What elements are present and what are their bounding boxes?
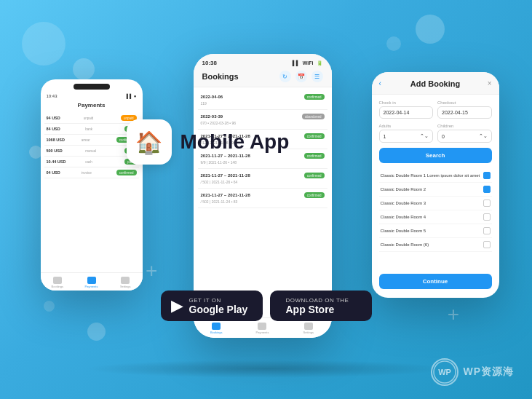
app-store-text: Download on the App Store bbox=[286, 297, 349, 315]
room-checkbox-5[interactable] bbox=[483, 227, 491, 234]
payments-icon bbox=[258, 323, 266, 330]
room-item-4[interactable]: Classic Double Room 4 bbox=[379, 210, 492, 224]
payment-item-1: 94 USD unpaid unpaid bbox=[44, 113, 139, 124]
scene-shadow bbox=[84, 360, 448, 378]
wp-brand-text: WP资源海 bbox=[463, 366, 514, 379]
nav-payments-left[interactable]: Payments bbox=[74, 277, 108, 288]
svg-text:WP: WP bbox=[439, 368, 452, 376]
nav-bookings-left[interactable]: Bookings bbox=[41, 277, 75, 288]
search-button[interactable]: Search bbox=[379, 148, 492, 163]
time-bar-center: 10:38 ▌▌ WiFi 🔋 bbox=[202, 60, 323, 66]
left-bottom-nav: Bookings Payments Settings bbox=[41, 272, 143, 291]
phone-add-booking: ‹ Add Booking × Check in 2022-04-14 Chec… bbox=[372, 72, 499, 298]
calendar-icon-btn[interactable]: 📅 bbox=[295, 71, 307, 82]
room-item-6[interactable]: Classic Double Room (6) bbox=[379, 238, 492, 252]
checkout-label: Checkout bbox=[437, 100, 492, 105]
booking-entry-1: 2022-04-06 confirmed 119 bbox=[198, 90, 327, 110]
app-branding: 🏠 Mobile App bbox=[127, 119, 290, 165]
settings-icon bbox=[121, 277, 130, 284]
checkout-field: Checkout 2022-04-15 bbox=[437, 100, 492, 119]
payment-item-5: 10.44 USD cash paid bbox=[44, 157, 139, 167]
room-checkbox-2[interactable] bbox=[483, 186, 491, 193]
time-center: 10:38 bbox=[202, 60, 217, 66]
status-badge: confirmed bbox=[304, 94, 325, 100]
status-icons-center: ▌▌ WiFi 🔋 bbox=[293, 60, 323, 66]
add-booking-title: Add Booking bbox=[381, 79, 491, 88]
status-bar-left: 10:43 ▌▌ ● bbox=[41, 92, 143, 100]
nav-settings-left[interactable]: Settings bbox=[108, 277, 143, 288]
refresh-icon-btn[interactable]: ↻ bbox=[279, 71, 291, 82]
wp-logo-svg: WP bbox=[432, 360, 457, 384]
add-booking-header: ‹ Add Booking × bbox=[372, 72, 499, 95]
center-phone-top: 10:38 ▌▌ WiFi 🔋 Bookings ↻ 📅 ☰ bbox=[194, 54, 332, 87]
payment-item-4: 500 USD manual paid bbox=[44, 146, 139, 157]
signal-left: ▌▌ ● bbox=[127, 94, 137, 98]
bookings-icon bbox=[53, 277, 62, 284]
nav-bookings-center[interactable]: Bookings bbox=[194, 323, 239, 334]
status-badge: confirmed bbox=[304, 192, 325, 198]
adults-select[interactable]: 1 ⌃⌄ bbox=[379, 130, 434, 143]
booking-entry-5: 2021-11-27 ~ 2021-11-28 confirmed / 502 … bbox=[198, 169, 327, 189]
app-title: Mobile App bbox=[180, 130, 290, 154]
main-scene: 10:43 ▌▌ ● Payments 94 USD unpaid unpaid… bbox=[19, 14, 514, 385]
status-badge: confirmed bbox=[304, 173, 325, 178]
filter-icon-btn[interactable]: ☰ bbox=[311, 71, 323, 82]
children-select[interactable]: 0 ⌃⌄ bbox=[437, 130, 492, 143]
app-store-line2: App Store bbox=[286, 304, 349, 315]
app-logo: 🏠 bbox=[127, 119, 172, 165]
guests-row: Adults 1 ⌃⌄ Children 0 ⌃⌄ bbox=[379, 124, 492, 143]
wp-watermark: WP WP资源海 bbox=[431, 358, 514, 386]
google-play-text: GET IT ON Google Play bbox=[189, 297, 248, 315]
google-play-button[interactable]: ▶ GET IT ON Google Play bbox=[161, 291, 263, 321]
bookings-icon bbox=[212, 323, 221, 330]
settings-icon bbox=[304, 323, 313, 330]
booking-entry-6: 2021-11-27 ~ 2021-11-28 confirmed / 502 … bbox=[198, 189, 327, 208]
notch-left bbox=[74, 84, 110, 90]
store-buttons-container: ▶ GET IT ON Google Play Download on the … bbox=[161, 291, 372, 321]
adults-label: Adults bbox=[379, 124, 434, 128]
checkin-field: Check in 2022-04-14 bbox=[379, 100, 434, 119]
status-badge: abandoned bbox=[302, 114, 325, 119]
center-header-row: Bookings ↻ 📅 ☰ bbox=[202, 71, 323, 82]
continue-button[interactable]: Continue bbox=[379, 274, 492, 289]
payment-item-6: 04 USD invoice confirmed bbox=[44, 167, 139, 178]
center-screen-title: Bookings bbox=[202, 72, 239, 81]
time-left: 10:43 bbox=[47, 94, 57, 98]
room-item-2[interactable]: Classic Double Room 2 bbox=[379, 183, 492, 197]
google-play-line2: Google Play bbox=[189, 304, 248, 315]
status-badge: confirmed bbox=[304, 133, 325, 139]
payments-icon bbox=[87, 277, 96, 284]
center-header-icons: ↻ 📅 ☰ bbox=[279, 71, 323, 82]
room-item-3[interactable]: Classic Double Room 3 bbox=[379, 197, 492, 210]
payment-item-2: 84 USD bank paid bbox=[44, 124, 139, 135]
room-checkbox-3[interactable] bbox=[483, 200, 491, 207]
room-item-5[interactable]: Classic Double Room 5 bbox=[379, 224, 492, 238]
checkout-input[interactable]: 2022-04-15 bbox=[437, 106, 492, 119]
google-play-icon: ▶ bbox=[171, 296, 183, 315]
app-store-line1: Download on the bbox=[286, 297, 349, 304]
wp-circle: WP bbox=[431, 358, 458, 386]
payment-item-3: 1068 USD arrear confirmed bbox=[44, 135, 139, 146]
app-store-button[interactable]: Download on the App Store bbox=[270, 291, 372, 321]
google-play-line1: GET IT ON bbox=[189, 297, 248, 304]
room-checkbox-1[interactable] bbox=[483, 172, 491, 179]
nav-settings-center[interactable]: Settings bbox=[285, 323, 331, 334]
nav-payments-center[interactable]: Payments bbox=[239, 323, 285, 334]
room-checkbox-4[interactable] bbox=[483, 213, 491, 221]
room-item-1[interactable]: Classic Double Room 1 Lorem ipsum dolor … bbox=[379, 169, 492, 183]
date-row: Check in 2022-04-14 Checkout 2022-04-15 bbox=[379, 100, 492, 119]
phone-payments: 10:43 ▌▌ ● Payments 94 USD unpaid unpaid… bbox=[41, 79, 143, 291]
status-badge: confirmed bbox=[116, 170, 137, 175]
left-screen-title: Payments bbox=[41, 102, 143, 108]
children-label: Children bbox=[437, 124, 492, 128]
add-booking-form: Check in 2022-04-14 Checkout 2022-04-15 … bbox=[372, 95, 499, 258]
room-checkbox-6[interactable] bbox=[483, 241, 491, 248]
status-badge: confirmed bbox=[304, 153, 325, 159]
adults-field: Adults 1 ⌃⌄ bbox=[379, 124, 434, 143]
children-field: Children 0 ⌃⌄ bbox=[437, 124, 492, 143]
checkin-input[interactable]: 2022-04-14 bbox=[379, 106, 434, 119]
checkin-label: Check in bbox=[379, 100, 434, 105]
close-icon[interactable]: × bbox=[488, 79, 492, 87]
back-arrow-icon[interactable]: ‹ bbox=[379, 79, 381, 87]
